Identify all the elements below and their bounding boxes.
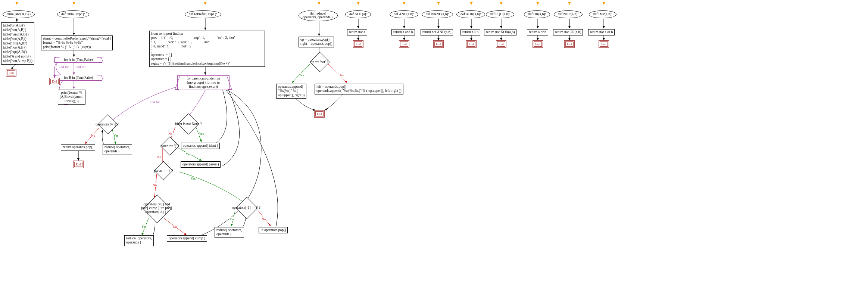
entry-call: table('and(A,B)') <box>3 10 35 18</box>
ret-or: return a or b <box>527 29 548 35</box>
reduce-pop: op = operators.pop() right = operands.po… <box>299 37 334 47</box>
cond-paren-open: paren == '(' ? <box>151 141 188 151</box>
def-and: def AND(a,b): <box>390 10 418 18</box>
end-node: End <box>353 40 363 48</box>
entry-arrow <box>403 2 406 5</box>
cond-paren-close: paren == ')' ? <box>145 166 182 176</box>
yes-label: Yes <box>229 217 235 221</box>
end-node: End <box>399 40 409 48</box>
yes-label: Yes <box>190 177 196 180</box>
reduce-call-1: reduce( operators, operands ) <box>103 144 132 155</box>
end-node: End <box>533 40 543 48</box>
yes-label: Yes <box>141 225 147 229</box>
def-nor: def NOR(a,b): <box>554 10 583 18</box>
ret-nand: return not AND(a,b) <box>421 29 453 35</box>
def-reduce: def reduce( operators, operands ): <box>299 10 338 21</box>
no-label: No <box>157 155 162 159</box>
end-node: End <box>564 40 575 48</box>
append-curop: operators.append( curop ) <box>167 235 207 242</box>
entry-arrow <box>602 2 605 5</box>
no-label: No <box>261 217 266 221</box>
no-label: No <box>172 225 177 229</box>
no-label: No <box>152 183 157 187</box>
entry-arrow <box>568 2 571 5</box>
no-label: No <box>168 132 173 136</box>
def-imp: def IMP(a,b): <box>589 10 616 18</box>
end-node: End <box>496 40 506 48</box>
no-label: No <box>91 134 96 137</box>
def-table: def table( expr ): <box>57 10 89 18</box>
print-stmt: print(format % (A,B,eval(stmnt, locals()… <box>58 90 85 105</box>
cond-prec: operators != [] and prec[ curop ] <= pre… <box>127 198 187 219</box>
def-nand: def NAND(a,b): <box>422 10 453 18</box>
end-node: End <box>314 110 325 118</box>
def-or: def OR(a,b): <box>524 10 550 18</box>
entry-arrow <box>204 2 207 5</box>
def-not: def NOT(a): <box>345 10 371 18</box>
for-b-loop: for B in (True,False) <box>54 75 102 81</box>
no-label: No <box>340 73 344 77</box>
endfor-label: End for <box>58 65 69 69</box>
ret-and: return a and b <box>391 29 415 35</box>
reduce-binary: left = operands.pop() operands.append( "… <box>315 84 403 94</box>
append-paren: operators.append( paren ) <box>181 161 221 168</box>
end-node: End <box>433 40 444 48</box>
pop-operator: = operators.pop() <box>259 227 288 233</box>
for-a-loop: for A in (True,False) <box>54 57 102 63</box>
end-node: End <box>73 161 84 168</box>
entry-arrow <box>72 2 75 5</box>
end-node: End <box>466 40 477 48</box>
def-xor: def XOR(a,b): <box>456 10 485 18</box>
for-finditer-loop: for paren,curop,ident in (mo.groups() fo… <box>177 75 230 90</box>
entry-arrow <box>15 2 18 5</box>
ret-not: return not a <box>347 29 367 35</box>
end-node: End <box>599 40 609 48</box>
entry-arrow <box>500 2 503 5</box>
cond-ops-nonempty: operators != [] ? <box>87 119 128 129</box>
table-body: stmnt = compile(toPrefix(expr),'<string>… <box>41 35 113 50</box>
entry-arrow <box>536 2 539 5</box>
end-node: End <box>6 69 16 77</box>
cond-top-not-paren: operators[-1] != '(' ? <box>222 202 271 214</box>
ret-nor: return not OR(a,b) <box>553 29 583 35</box>
cond-op-not: op == 'not' ? <box>302 57 337 67</box>
entry-arrow <box>357 2 360 5</box>
toprefix-setup: from re import finditer prec = { '(' : 0… <box>149 31 265 67</box>
endfor-label: End for <box>75 65 86 69</box>
reduce-unary: operands.append( "%s(%s)" % ( op.upper()… <box>276 84 306 99</box>
ret-xor: return a ^ b <box>460 29 480 35</box>
entry-arrow <box>437 2 440 5</box>
call-block: table('or(A,B)') table('not(A,B)') table… <box>1 22 34 65</box>
reduce-call-3: reduce( operators, operands ) <box>124 235 154 246</box>
yes-label: Yes <box>185 152 191 156</box>
yes-label: Yes <box>199 132 204 136</box>
end-node: End <box>49 78 60 85</box>
def-equ: def EQU(a,b): <box>486 10 514 18</box>
yes-label: Yes <box>113 134 119 137</box>
yes-label: Yes <box>299 73 304 77</box>
return-operand: return operands.pop() <box>61 144 95 150</box>
reduce-call-2: reduce( operators, operands ) <box>215 227 244 238</box>
entry-arrow <box>318 2 321 5</box>
entry-arrow <box>470 2 473 5</box>
endfor-label: End for <box>149 100 160 104</box>
ret-equ: return not XOR(a,b) <box>484 29 516 35</box>
cond-ident: ident is not None ? <box>164 119 213 129</box>
def-toprefix: def toPrefix( expr ): <box>185 10 221 18</box>
ret-imp: return not a or b <box>588 29 615 35</box>
